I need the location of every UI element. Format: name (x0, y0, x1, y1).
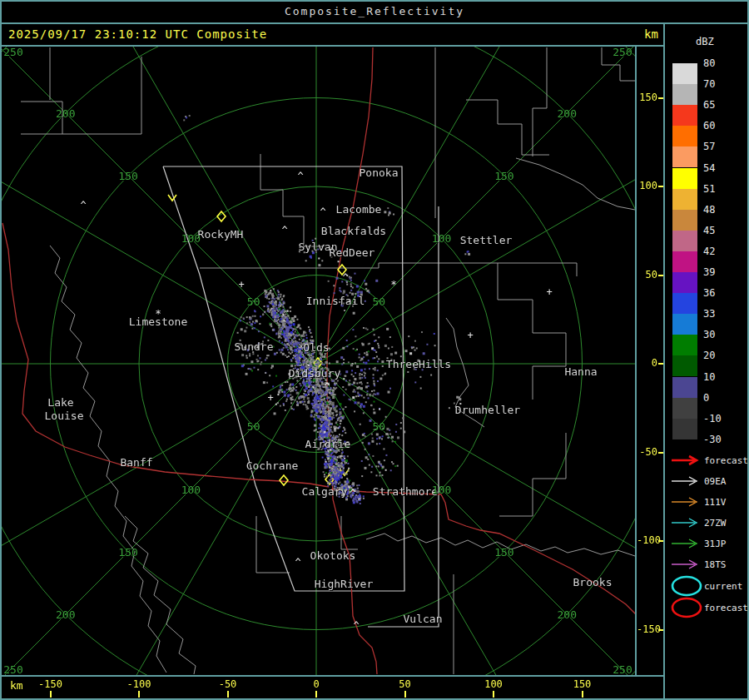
ring-label: 200 (557, 107, 576, 119)
scale-color-cell (672, 377, 697, 398)
scale-value-label: 60 (703, 120, 715, 132)
scale-value-label: 33 (703, 308, 715, 320)
city-label-innisfail: Innisfail (306, 295, 365, 307)
scale-color-cell (672, 231, 697, 251)
scale-color-cell (672, 146, 697, 167)
scale-value-label: -10 (703, 413, 722, 424)
city-label-blackfalds: Blackfalds (321, 225, 386, 237)
legend-ellipse-label: forecast (704, 603, 748, 613)
scale-color-cell (672, 272, 697, 293)
legend-panel: dBZ 807065605754514845423936333020100-10… (666, 24, 747, 698)
scale-color-cell (672, 251, 697, 272)
city-label-reddeer: RedDeer (330, 246, 375, 259)
peak-marker: ^ (353, 620, 359, 632)
timestamp-label: 2025/09/17 23:10:12 UTC Composite (8, 27, 267, 41)
city-label-calgary: Calgary (302, 485, 348, 498)
scale-value-label: 65 (703, 99, 715, 111)
divider-panel-left (663, 24, 665, 698)
x-tick-label: 100 (484, 678, 503, 690)
divider-title-bottom (0, 22, 749, 24)
scale-color-cell (672, 314, 697, 335)
city-label-strathmore: Strathmore (373, 485, 438, 498)
x-tick-label: 150 (573, 678, 592, 690)
ring-label: 200 (557, 608, 576, 621)
divider-map-right (635, 47, 637, 675)
city-label-hanna: Hanna (564, 365, 597, 378)
window-title: Composite_Reflectivity (285, 5, 464, 17)
legend-arrow-icon (669, 559, 702, 570)
scale-color-cell (672, 105, 697, 126)
peak-marker: ^ (297, 171, 303, 182)
peak-marker: ^ (350, 488, 355, 499)
x-tick-label: -50 (219, 678, 237, 690)
frame-left (0, 0, 2, 700)
city-label-brooks: Brooks (573, 576, 613, 588)
legend-arrow-icon (669, 454, 702, 466)
scale-value-label: -30 (703, 434, 722, 445)
x-tick-mark (138, 691, 140, 698)
city-label-vulcan: Vulcan (404, 613, 443, 625)
star-marker: * (155, 308, 161, 320)
legend-arrow-label: forecast (704, 455, 748, 466)
scale-value-label: 20 (703, 350, 715, 361)
legend-arrow-label: 31JP (704, 539, 727, 549)
ring-label: 100 (432, 483, 451, 495)
legend-arrow-icon (669, 517, 702, 529)
city-label-highriver: HighRiver (315, 578, 373, 590)
ring-label-corner: 250 (3, 663, 22, 676)
city-label-stettler: Stettler (460, 234, 513, 246)
city-label-lacombe: Lacombe (336, 203, 382, 216)
ring-label: 200 (56, 107, 75, 119)
x-tick-mark (493, 691, 494, 698)
x-tick-label: -150 (38, 678, 62, 690)
ring-label-corner: 250 (613, 663, 632, 676)
scale-value-label: 36 (703, 287, 715, 299)
status-bar: 2025/09/17 23:10:12 UTC Composite km (2, 24, 663, 45)
scale-color-cell (672, 293, 697, 314)
legend-arrow-label: 27ZW (704, 518, 727, 529)
ring-label: 150 (118, 170, 137, 182)
scale-color-cell (672, 210, 697, 231)
scale-color-cell (672, 126, 697, 146)
scale-value-label: 42 (703, 246, 715, 257)
city-label-okotoks: Okotoks (310, 549, 356, 562)
scale-color-cell (672, 355, 697, 376)
ring-label-corner: 250 (3, 47, 22, 58)
x-tick-mark (404, 691, 406, 698)
divider-header-bottom (2, 45, 663, 47)
legend-arrow-icon (669, 475, 702, 487)
x-tick-label: 0 (313, 678, 319, 690)
scale-value-label: 0 (703, 392, 709, 404)
window-titlebar[interactable]: Composite_Reflectivity (0, 0, 749, 22)
city-label-olds: Olds (303, 341, 329, 354)
ring-label: 50 (372, 420, 385, 433)
plus-marker: + (267, 392, 273, 404)
city-label-drumheller: Drumheller (455, 404, 520, 416)
x-tick-label: 50 (399, 678, 410, 690)
x-tick-label: -100 (127, 678, 151, 690)
radar-map-viewport[interactable]: PonokaLacombeBlackfaldsSylvanRedDeerRock… (2, 47, 635, 675)
y-tick-label: 50 (637, 269, 657, 280)
x-tick-mark (582, 691, 583, 698)
ring-label: 100 (181, 483, 201, 495)
ring-label-corner: 250 (613, 47, 632, 58)
y-tick-label: 100 (637, 180, 657, 191)
y-tick-label: 150 (637, 92, 657, 103)
legend-ellipse-icon (669, 574, 706, 598)
divider-xaxis-top (2, 675, 663, 677)
ring-label: 50 (372, 295, 385, 307)
legend-arrow-label: 18TS (704, 559, 727, 570)
peak-marker: ^ (281, 225, 287, 236)
peak-marker: ^ (324, 381, 330, 393)
ring-label: 50 (247, 420, 260, 433)
scale-value-label: 45 (703, 225, 715, 236)
scale-color-cell (672, 335, 697, 355)
legend-ellipse-icon (669, 596, 706, 619)
scale-value-label: 39 (703, 266, 715, 278)
city-label-threehills: ThreeHills (386, 358, 451, 370)
ring-label: 50 (247, 295, 260, 307)
y-tick-label: -50 (637, 446, 657, 458)
ring-label: 150 (118, 545, 137, 558)
scale-value-label: 51 (703, 183, 715, 195)
scale-color-cell (672, 63, 697, 84)
